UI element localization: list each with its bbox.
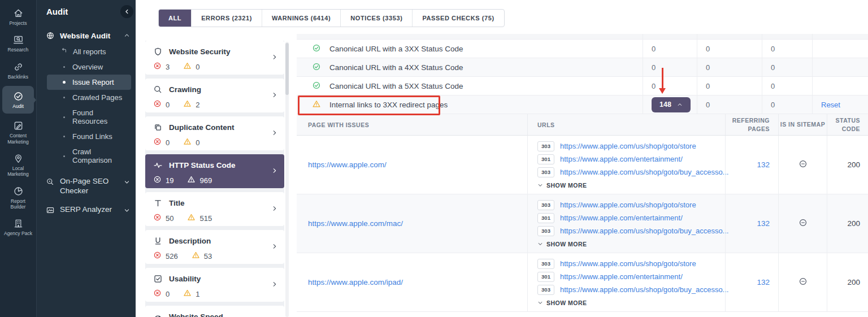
category-card-crawling[interactable]: Crawling 0 2 [145,79,284,112]
category-name: Title [169,199,185,207]
issue-count-cell: 0 [697,58,762,76]
error-count: 50 [166,214,173,223]
column-header-is-in-sitemap: IS IN SITEMAP [778,114,827,135]
referring-pages-link[interactable]: 132 [757,160,770,169]
rail-label: Report Builder [3,198,33,210]
issue-row-canonical-3xx[interactable]: Canonical URL with a 3XX Status Code 0 0… [297,40,868,58]
audit-icon [13,91,24,102]
chevron-down-icon [537,300,543,306]
redirect-url-link[interactable]: https://www.apple.com/us/shop/goto/store [560,142,696,150]
referring-pages-link[interactable]: 132 [757,278,770,286]
rail-label: Audit [12,103,24,109]
not-in-sitemap-icon [798,159,808,171]
chevron-right-icon [271,128,278,138]
warning-icon [183,99,192,110]
rail-item-audit[interactable]: Audit [2,86,34,114]
page-link[interactable]: https://www.apple.com/ipad/ [308,278,403,286]
sidebar-item-onpage-seo-checker[interactable]: On-Page SEO Checker [46,177,130,196]
category-card-title[interactable]: Title 50 515 [145,192,284,226]
tab-notices[interactable]: NOTICES (3353) [340,10,412,27]
error-count: 526 [166,252,178,260]
error-count: 0 [166,101,170,109]
category-card-usability[interactable]: Usability 0 1 [145,268,284,302]
rail-item-backlinks[interactable]: Backlinks [2,58,34,82]
issue-row-internal-links-3xx[interactable]: Internal links to 3XX redirect pages 148… [297,95,868,114]
rail-label: Agency Pack [4,231,32,236]
tab-errors[interactable]: ERRORS (2321) [191,10,262,27]
referring-pages-link[interactable]: 132 [757,219,770,228]
redirect-url-link[interactable]: https://www.apple.com/us/shop/goto/buy_a… [560,285,728,294]
issue-row-canonical-4xx[interactable]: Canonical URL with a 4XX Status Code 0 0… [297,58,868,77]
category-name: Website Security [169,47,231,56]
chevron-right-icon [271,204,278,214]
report-builder-icon [13,186,24,197]
sidebar-item-serp-analyzer[interactable]: SERP Analyzer [46,205,130,216]
rail-item-local-marketing[interactable]: Local Marketing [2,150,34,180]
redirect-url-link[interactable]: https://www.apple.com/entertainment/ [560,155,683,163]
bullet-icon [63,116,65,118]
rail-item-research[interactable]: Research [2,31,34,55]
redirect-url-link[interactable]: https://www.apple.com/us/shop/goto/buy_a… [560,227,728,235]
category-card-description[interactable]: Description 526 53 [145,230,284,264]
sidebar-item-crawled-pages[interactable]: Crawled Pages [47,90,131,105]
category-card-http-status-code[interactable]: HTTP Status Code 19 969 [145,154,284,188]
show-more-button[interactable]: SHOW MORE [537,241,725,247]
sidebar-item-overview[interactable]: Overview [47,59,131,75]
issue-count-expand-button[interactable]: 148 [652,97,691,112]
status-code-value: 200 [827,253,868,311]
reset-link[interactable]: Reset [821,101,840,109]
rail-item-agency-pack[interactable]: Agency Pack [2,215,34,239]
redirect-url-link[interactable]: https://www.apple.com/us/shop/goto/buy_a… [560,168,728,176]
severity-tabbar: ALL ERRORS (2321) WARNINGS (6414) NOTICE… [158,9,505,27]
error-count: 19 [166,176,173,185]
chevron-right-icon [271,166,278,176]
home-icon [13,8,24,19]
show-more-button[interactable]: SHOW MORE [537,182,725,189]
sidebar-item-issue-report[interactable]: Issue Report [47,75,131,90]
not-in-sitemap-icon [798,218,808,229]
error-count: 3 [166,63,170,71]
redirect-url-link[interactable]: https://www.apple.com/us/shop/goto/store [560,201,696,209]
bullet-icon [63,81,66,84]
rail-item-content-marketing[interactable]: Content Marketing [2,117,34,147]
category-card-website-security[interactable]: Website Security 3 0 [145,41,284,75]
redirect-url-link[interactable]: https://www.apple.com/us/shop/goto/store [560,259,696,268]
rail-item-projects[interactable]: Projects [2,5,34,29]
page-link[interactable]: https://www.apple.com/ [308,160,387,169]
table-row: https://www.apple.com/ipad/ 303 https://… [297,253,868,312]
issue-count-cell: 0 [762,77,812,95]
pulse-icon [153,160,163,170]
page-link[interactable]: https://www.apple.com/mac/ [308,219,403,228]
sidebar-item-all-reports[interactable]: All reports [47,44,131,59]
status-code-value: 200 [827,194,868,253]
category-name: Usability [169,275,201,283]
issue-name: Canonical URL with a 4XX Status Code [329,63,463,72]
issue-row-canonical-5xx[interactable]: Canonical URL with a 5XX Status Code 0 0… [297,77,868,95]
sidebar-item-found-links[interactable]: Found Links [47,129,131,144]
status-badge: 303 [537,200,554,210]
sidebar-item-found-resources[interactable]: Found Resources [47,105,131,129]
chevron-down-icon [537,183,543,188]
sidebar-item-website-audit[interactable]: Website Audit [46,31,130,40]
sidebar-item-label: Found Resources [72,108,127,125]
globe-icon [46,31,55,40]
status-badge: 301 [537,272,554,282]
redirect-url-link[interactable]: https://www.apple.com/entertainment/ [560,272,683,281]
category-card-website-speed[interactable]: Website Speed [145,306,284,317]
sidebar-item-crawl-comparison[interactable]: Crawl Comparison [47,144,131,168]
sidebar-collapse-button[interactable] [120,5,133,18]
issue-count: 148 [659,101,671,108]
error-icon [153,251,162,261]
passed-check-icon [312,62,321,73]
redirect-url-link[interactable]: https://www.apple.com/entertainment/ [560,214,683,222]
sidebar-item-label: Crawled Pages [72,93,122,102]
show-more-button[interactable]: SHOW MORE [537,299,725,306]
cards-scrollbar-thumb[interactable] [285,43,289,95]
tab-passed-checks[interactable]: PASSED CHECKS (75) [412,10,504,27]
tab-warnings[interactable]: WARNINGS (6414) [262,10,340,27]
category-name: Description [169,237,211,245]
tab-all[interactable]: ALL [159,10,191,27]
warning-count: 969 [199,176,212,185]
category-card-duplicate-content[interactable]: Duplicate Content 0 0 [145,116,284,150]
rail-item-report-builder[interactable]: Report Builder [2,183,34,213]
